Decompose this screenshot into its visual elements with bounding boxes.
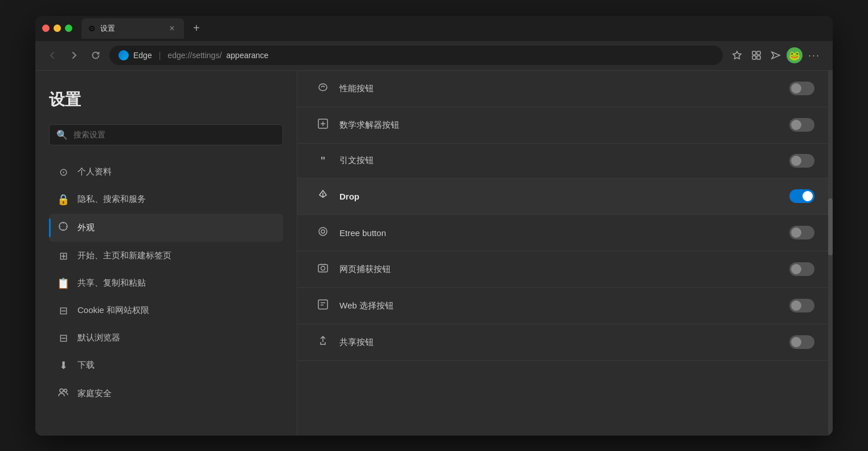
capture-toggle[interactable] bbox=[789, 262, 814, 276]
sidebar-item-label: 隐私、搜索和服务 bbox=[77, 194, 146, 205]
share-btn-icon bbox=[316, 335, 330, 350]
math-label: 数学求解器按钮 bbox=[339, 120, 780, 131]
edge-logo-icon bbox=[118, 50, 129, 60]
maximize-button[interactable] bbox=[65, 25, 72, 32]
sidebar-item-appearance[interactable]: 外观 bbox=[49, 214, 283, 242]
sidebar-item-share[interactable]: 📋 共享、复制和粘贴 bbox=[49, 270, 283, 296]
svg-point-5 bbox=[60, 389, 63, 392]
citation-label: 引文按钮 bbox=[339, 155, 780, 166]
svg-rect-3 bbox=[757, 56, 760, 59]
settings-item-webselect: Web 选择按钮 bbox=[297, 288, 833, 324]
sidebar-item-family[interactable]: 家庭安全 bbox=[49, 380, 283, 408]
more-options-icon[interactable]: ··· bbox=[805, 46, 824, 65]
forward-button[interactable] bbox=[66, 47, 82, 63]
new-tab-button[interactable]: + bbox=[189, 19, 204, 37]
extensions-icon[interactable] bbox=[748, 47, 765, 64]
svg-point-4 bbox=[59, 222, 67, 230]
svg-rect-2 bbox=[752, 56, 756, 59]
svg-point-9 bbox=[321, 230, 325, 233]
minimize-button[interactable] bbox=[54, 25, 61, 32]
sidebar-item-downloads[interactable]: ⬇ 下载 bbox=[49, 352, 283, 379]
url-path: appearance bbox=[226, 51, 268, 60]
drop-label: Drop bbox=[339, 192, 780, 201]
refresh-button[interactable] bbox=[88, 47, 104, 63]
sidebar-item-profile[interactable]: ⊙ 个人资料 bbox=[49, 159, 283, 185]
svg-point-8 bbox=[319, 227, 327, 235]
settings-item-share: 共享按钮 bbox=[297, 324, 833, 361]
default-browser-icon: ⊟ bbox=[57, 332, 69, 344]
svg-rect-1 bbox=[757, 51, 760, 55]
citation-icon: " bbox=[316, 154, 330, 167]
traffic-lights bbox=[42, 25, 72, 32]
profile-icon: ⊙ bbox=[57, 166, 69, 178]
settings-tab[interactable]: ⚙ 设置 × bbox=[81, 18, 184, 39]
search-input[interactable] bbox=[73, 130, 276, 139]
settings-list: 性能按钮 数学求解器按钮 bbox=[297, 71, 833, 361]
capture-icon bbox=[316, 262, 330, 277]
share-icon: 📋 bbox=[57, 277, 69, 290]
family-icon bbox=[57, 387, 69, 401]
favorites-icon[interactable] bbox=[728, 47, 746, 64]
scrollbar-thumb[interactable] bbox=[828, 198, 833, 255]
share-toggle[interactable] bbox=[789, 335, 814, 349]
webselect-toggle[interactable] bbox=[789, 299, 814, 312]
title-bar: ⚙ 设置 × + bbox=[35, 16, 833, 41]
tab-icon: ⚙ bbox=[88, 24, 96, 33]
settings-content: 性能按钮 数学求解器按钮 bbox=[297, 71, 833, 436]
sidebar-item-label: 默认浏览器 bbox=[77, 332, 120, 343]
sidebar-item-cookies[interactable]: ⊟ Cookie 和网站权限 bbox=[49, 298, 283, 324]
svg-point-6 bbox=[64, 389, 67, 392]
tab-title: 设置 bbox=[100, 23, 115, 34]
etree-toggle[interactable] bbox=[789, 226, 814, 239]
edge-brand-text: Edge bbox=[133, 51, 152, 60]
sidebar-item-default[interactable]: ⊟ 默认浏览器 bbox=[49, 325, 283, 351]
send-icon[interactable] bbox=[767, 47, 784, 64]
svg-rect-10 bbox=[318, 265, 327, 272]
address-separator: | bbox=[159, 51, 161, 60]
performance-toggle[interactable] bbox=[789, 82, 814, 95]
search-box[interactable]: 🔍 bbox=[49, 124, 283, 145]
sidebar-item-label: 开始、主页和新建标签页 bbox=[77, 250, 171, 261]
sidebar-item-privacy[interactable]: 🔒 隐私、搜索和服务 bbox=[49, 186, 283, 213]
sidebar-item-label: 外观 bbox=[77, 222, 95, 233]
close-button[interactable] bbox=[42, 25, 50, 32]
downloads-icon: ⬇ bbox=[57, 359, 69, 372]
back-button[interactable] bbox=[44, 47, 60, 63]
toolbar-icons: 🐸 ··· bbox=[728, 46, 824, 65]
share-btn-label: 共享按钮 bbox=[339, 337, 780, 348]
settings-item-capture: 网页捕获按钮 bbox=[297, 251, 833, 288]
sidebar: 设置 🔍 ⊙ 个人资料 🔒 隐私、搜索和服务 外 bbox=[35, 71, 297, 436]
math-icon bbox=[316, 117, 330, 133]
etree-icon bbox=[316, 225, 330, 241]
svg-rect-12 bbox=[318, 300, 327, 309]
sidebar-item-label: 下载 bbox=[77, 360, 95, 371]
url-prefix: edge://settings/ bbox=[167, 51, 222, 60]
sidebar-item-label: Cookie 和网站权限 bbox=[77, 305, 149, 316]
settings-item-citation: " 引文按钮 bbox=[297, 144, 833, 178]
start-icon: ⊞ bbox=[57, 250, 69, 262]
drop-icon bbox=[316, 189, 330, 204]
citation-toggle[interactable] bbox=[789, 154, 814, 168]
webselect-label: Web 选择按钮 bbox=[339, 300, 780, 311]
svg-rect-0 bbox=[752, 51, 756, 55]
sidebar-item-label: 共享、复制和粘贴 bbox=[77, 278, 146, 289]
etree-label: Etree button bbox=[339, 228, 780, 238]
main-content: 设置 🔍 ⊙ 个人资料 🔒 隐私、搜索和服务 外 bbox=[35, 71, 833, 436]
settings-item-math: 数学求解器按钮 bbox=[297, 107, 833, 144]
browser-window: ⚙ 设置 × + Edge | edge://settings/appearan… bbox=[35, 16, 833, 436]
sidebar-title: 设置 bbox=[49, 89, 283, 111]
address-input[interactable]: Edge | edge://settings/appearance bbox=[109, 46, 723, 65]
sidebar-item-start[interactable]: ⊞ 开始、主页和新建标签页 bbox=[49, 243, 283, 269]
settings-item-performance: 性能按钮 bbox=[297, 71, 833, 107]
privacy-icon: 🔒 bbox=[57, 193, 69, 206]
svg-point-11 bbox=[321, 266, 325, 270]
sidebar-item-label: 个人资料 bbox=[77, 166, 112, 177]
drop-toggle[interactable] bbox=[789, 189, 814, 203]
scrollbar-track[interactable] bbox=[828, 71, 833, 436]
math-toggle[interactable] bbox=[789, 118, 814, 132]
frog-avatar-icon[interactable]: 🐸 bbox=[787, 47, 803, 63]
performance-icon bbox=[316, 81, 330, 96]
capture-label: 网页捕获按钮 bbox=[339, 264, 780, 275]
tab-close-button[interactable]: × bbox=[167, 23, 177, 34]
performance-label: 性能按钮 bbox=[339, 83, 780, 94]
